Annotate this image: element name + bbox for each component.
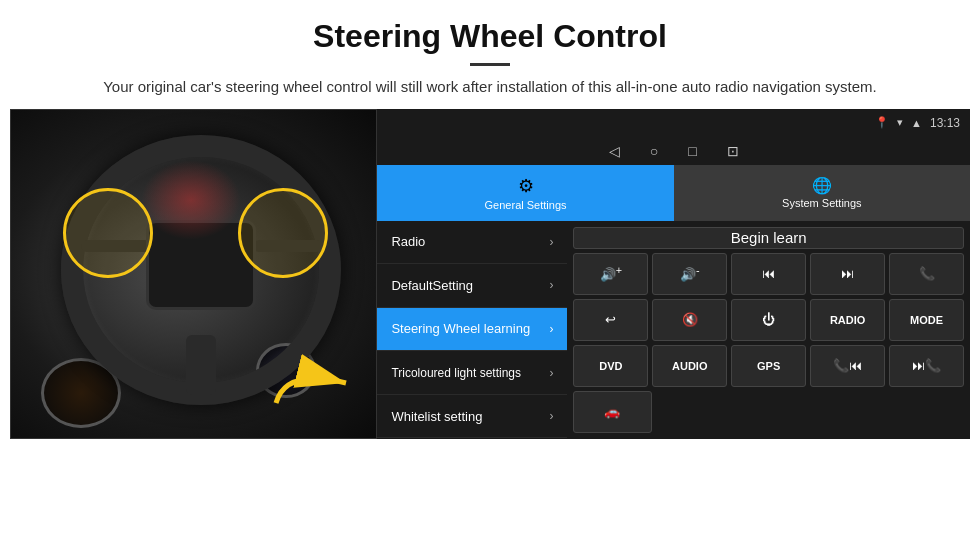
content-area: Radio › DefaultSetting › Steering Wheel … <box>377 221 970 439</box>
next-track-button[interactable]: ⏭ <box>810 253 885 295</box>
head-unit: 📍 ▾ ▲ 13:13 ◁ ○ □ ⊡ ⚙ General Settings 🌐… <box>377 109 970 439</box>
phone-next-button[interactable]: ⏭📞 <box>889 345 964 387</box>
audio-button[interactable]: AUDIO <box>652 345 727 387</box>
prev-track-button[interactable]: ⏮ <box>731 253 806 295</box>
back-nav-icon[interactable]: ◁ <box>609 143 620 159</box>
main-content: 📍 ▾ ▲ 13:13 ◁ ○ □ ⊡ ⚙ General Settings 🌐… <box>10 109 970 439</box>
steering-wheel-image <box>10 109 377 439</box>
volume-down-button[interactable]: 🔊- <box>652 253 727 295</box>
left-menu: Radio › DefaultSetting › Steering Wheel … <box>377 221 567 439</box>
signal-icon: ▲ <box>911 117 922 129</box>
page-subtitle: Your original car's steering wheel contr… <box>40 76 940 99</box>
phone-prev-icon: 📞⏮ <box>833 358 862 373</box>
clock: 13:13 <box>930 116 960 130</box>
controls-row4: 🚗 <box>573 391 964 433</box>
menu-item-whitelist[interactable]: Whitelist setting › <box>377 395 567 439</box>
tab-general-settings[interactable]: ⚙ General Settings <box>377 165 673 221</box>
car-icon: 🚗 <box>604 404 620 419</box>
tricoloured-arrow-icon: › <box>549 366 553 380</box>
volume-up-icon: 🔊+ <box>600 264 622 282</box>
back-button[interactable]: ↩ <box>573 299 648 341</box>
right-button-cluster-highlight <box>238 188 328 278</box>
mode-label: MODE <box>910 314 943 326</box>
phone-button[interactable]: 📞 <box>889 253 964 295</box>
defaultsetting-arrow-icon: › <box>549 278 553 292</box>
begin-learn-button[interactable]: Begin learn <box>573 227 964 249</box>
controls-grid-row1: 🔊+ 🔊- ⏮ ⏭ 📞 <box>573 253 964 295</box>
next-track-icon: ⏭ <box>841 266 854 281</box>
controls-grid-row2: ↩ 🔇 ⏻ RADIO MODE <box>573 299 964 341</box>
status-time-area: 📍 ▾ ▲ 13:13 <box>875 116 960 130</box>
radio-arrow-icon: › <box>549 235 553 249</box>
begin-learn-row: Begin learn <box>573 227 964 249</box>
tabs-row: ⚙ General Settings 🌐 System Settings <box>377 165 970 221</box>
gps-button[interactable]: GPS <box>731 345 806 387</box>
menu-item-defaultsetting[interactable]: DefaultSetting › <box>377 264 567 308</box>
steering-wheel-arrow-icon: › <box>549 322 553 336</box>
audio-label: AUDIO <box>672 360 707 372</box>
dvd-label: DVD <box>599 360 622 372</box>
system-settings-icon: 🌐 <box>812 176 832 195</box>
controls-grid-row3: DVD AUDIO GPS 📞⏮ ⏭📞 <box>573 345 964 387</box>
left-button-cluster-highlight <box>63 188 153 278</box>
wifi-icon: ▾ <box>897 116 903 129</box>
home-nav-icon[interactable]: ○ <box>650 143 658 159</box>
phone-icon: 📞 <box>919 266 935 281</box>
page-header: Steering Wheel Control Your original car… <box>0 0 980 109</box>
right-panel: Begin learn 🔊+ 🔊- ⏮ ⏭ <box>567 221 970 439</box>
title-divider <box>470 63 510 66</box>
radio-button[interactable]: RADIO <box>810 299 885 341</box>
dvd-button[interactable]: DVD <box>573 345 648 387</box>
power-button[interactable]: ⏻ <box>731 299 806 341</box>
general-settings-label: General Settings <box>485 199 567 211</box>
volume-down-icon: 🔊- <box>680 264 700 282</box>
location-icon: 📍 <box>875 116 889 129</box>
menu-item-radio[interactable]: Radio › <box>377 221 567 265</box>
arrow-icon <box>266 348 356 418</box>
mute-button[interactable]: 🔇 <box>652 299 727 341</box>
menu-item-tricoloured[interactable]: Tricoloured light settings › <box>377 351 567 395</box>
tab-system-settings[interactable]: 🌐 System Settings <box>674 165 970 221</box>
recent-nav-icon[interactable]: □ <box>688 143 696 159</box>
page-title: Steering Wheel Control <box>40 18 940 55</box>
back-icon: ↩ <box>605 312 616 327</box>
mute-icon: 🔇 <box>682 312 698 327</box>
phone-prev-button[interactable]: 📞⏮ <box>810 345 885 387</box>
phone-next-icon: ⏭📞 <box>912 358 941 373</box>
whitelist-arrow-icon: › <box>549 409 553 423</box>
menu-item-steering-wheel[interactable]: Steering Wheel learning › <box>377 308 567 352</box>
nav-bar[interactable]: ◁ ○ □ ⊡ <box>377 137 970 165</box>
system-settings-label: System Settings <box>782 197 861 209</box>
mode-button[interactable]: MODE <box>889 299 964 341</box>
power-icon: ⏻ <box>762 312 775 327</box>
prev-track-icon: ⏮ <box>762 266 775 281</box>
status-bar: 📍 ▾ ▲ 13:13 <box>377 109 970 137</box>
gps-label: GPS <box>757 360 780 372</box>
car-icon-button[interactable]: 🚗 <box>573 391 651 433</box>
menu-nav-icon[interactable]: ⊡ <box>727 143 739 159</box>
volume-up-button[interactable]: 🔊+ <box>573 253 648 295</box>
radio-label: RADIO <box>830 314 865 326</box>
general-settings-icon: ⚙ <box>518 175 534 197</box>
